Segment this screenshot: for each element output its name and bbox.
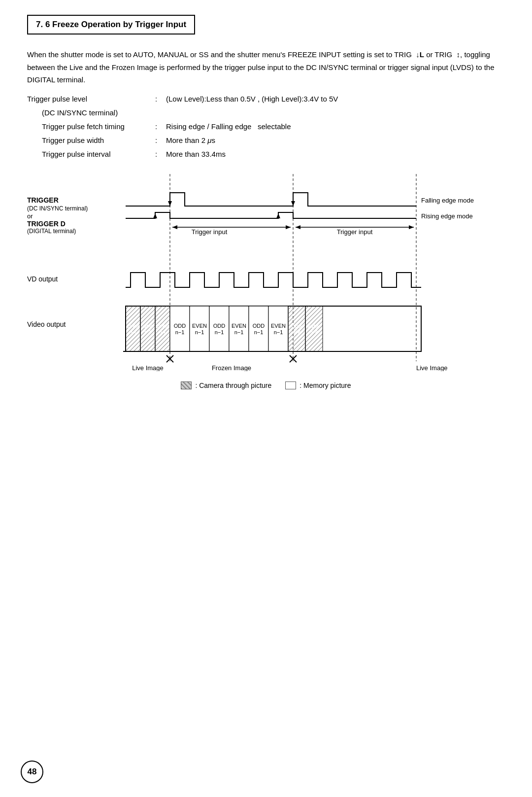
svg-text:TRIGGER D: TRIGGER D (27, 220, 66, 228)
svg-text:ODD: ODD (253, 323, 265, 329)
spec-row-2: Trigger pulse fetch timing : Rising edge… (27, 121, 505, 133)
svg-text:EVEN: EVEN (157, 324, 169, 329)
svg-marker-14 (276, 213, 280, 218)
timing-diagram: TRIGGER (DC IN/SYNC terminal) or TRIGGER… (27, 169, 500, 373)
legend: : Camera through picture : Memory pictur… (27, 381, 505, 389)
svg-text:n-2: n-2 (130, 329, 136, 334)
svg-rect-29 (140, 306, 155, 351)
body-paragraph: When the shutter mode is set to AUTO, MA… (27, 48, 505, 86)
page-number: 48 (21, 761, 43, 783)
svg-text:n-1: n-1 (144, 329, 151, 334)
timing-diagram-svg: TRIGGER (DC IN/SYNC terminal) or TRIGGER… (27, 169, 500, 371)
svg-text:Video output: Video output (27, 320, 66, 328)
svg-text:n+2: n+2 (293, 329, 300, 334)
svg-marker-11 (168, 201, 172, 206)
svg-text:n+2: n+2 (310, 329, 318, 334)
section-number: 7. (36, 20, 43, 29)
svg-text:TRIGGER: TRIGGER (27, 196, 59, 204)
spec-label-4: Trigger pulse interval (27, 148, 155, 160)
svg-marker-16 (172, 225, 177, 229)
svg-text:n-1: n-1 (159, 329, 166, 334)
svg-text:n−1: n−1 (234, 329, 244, 335)
svg-rect-44 (229, 306, 249, 351)
legend-camera: : Camera through picture (181, 381, 271, 389)
svg-marker-21 (409, 225, 414, 229)
svg-text:EVEN: EVEN (308, 324, 320, 329)
spec-row-1: (DC IN/SYNC terminal) (27, 107, 505, 119)
spec-value-3: More than 2 μs (166, 135, 505, 146)
memory-label: : Memory picture (299, 381, 351, 389)
svg-text:ODD: ODD (143, 324, 153, 329)
spec-row-3: Trigger pulse width : More than 2 μs (27, 135, 505, 146)
svg-marker-17 (286, 225, 291, 229)
svg-text:EVEN: EVEN (192, 323, 207, 329)
svg-text:ODD: ODD (174, 323, 186, 329)
svg-text:Frozen  Image: Frozen Image (212, 364, 251, 371)
svg-text:Live Image: Live Image (416, 364, 448, 371)
svg-text:or: or (27, 212, 33, 220)
svg-rect-32 (155, 306, 170, 351)
spec-table: Trigger pulse level : (Low Level):Less t… (27, 93, 505, 160)
svg-marker-13 (153, 213, 157, 218)
spec-row-4: Trigger pulse interval : More than 33.4m… (27, 148, 505, 160)
svg-text:n−1: n−1 (195, 329, 204, 335)
spec-value-4: More than 33.4ms (166, 148, 505, 160)
svg-text:Trigger input: Trigger input (337, 228, 373, 236)
legend-memory: : Memory picture (285, 381, 351, 389)
spec-value-2: Rising edge / Falling edge selectable (166, 121, 505, 133)
svg-text:n−1: n−1 (254, 329, 264, 335)
section-title: 6 Freeze Operation by Trigger Input (45, 20, 186, 29)
spec-label-2: Trigger pulse fetch timing (27, 121, 155, 133)
svg-text:(DIGITAL terminal): (DIGITAL terminal) (27, 228, 76, 235)
svg-text:EVEN: EVEN (232, 323, 246, 329)
svg-text:ODD: ODD (213, 323, 226, 329)
svg-marker-12 (291, 201, 295, 206)
svg-text:Rising edge mode: Rising edge mode (421, 212, 473, 220)
svg-text:EVEN: EVEN (271, 323, 286, 329)
svg-marker-20 (296, 225, 300, 229)
svg-rect-41 (209, 306, 229, 351)
spec-row-0: Trigger pulse level : (Low Level):Less t… (27, 93, 505, 105)
svg-rect-50 (268, 306, 288, 351)
camera-through-label: : Camera through picture (195, 381, 271, 389)
svg-text:VD output: VD output (27, 275, 58, 283)
svg-rect-38 (190, 306, 209, 351)
svg-text:n−1: n−1 (215, 329, 224, 335)
camera-through-box (181, 381, 192, 389)
svg-rect-53 (288, 306, 305, 351)
svg-text:Live Image: Live Image (132, 364, 164, 371)
svg-text:n−1: n−1 (274, 329, 283, 335)
svg-rect-26 (126, 306, 140, 351)
spec-value-0: (Low Level):Less than 0.5V , (High Level… (166, 93, 505, 105)
svg-text:Falling edge mode: Falling edge mode (421, 197, 474, 204)
svg-text:n−1: n−1 (175, 329, 185, 335)
svg-rect-35 (170, 306, 190, 351)
svg-text:ODD: ODD (292, 324, 302, 329)
spec-label-0: Trigger pulse level (27, 93, 155, 105)
section-header: 7. 6 Freeze Operation by Trigger Input (27, 15, 195, 35)
svg-text:(DC IN/SYNC terminal): (DC IN/SYNC terminal) (27, 205, 88, 212)
svg-rect-47 (249, 306, 268, 351)
spec-label-3: Trigger pulse width (27, 135, 155, 146)
svg-rect-56 (305, 306, 323, 351)
memory-box (285, 381, 296, 389)
spec-label-1: (DC IN/SYNC terminal) (27, 107, 155, 119)
svg-text:EVEN: EVEN (127, 324, 139, 329)
svg-text:Trigger input: Trigger input (192, 228, 228, 236)
